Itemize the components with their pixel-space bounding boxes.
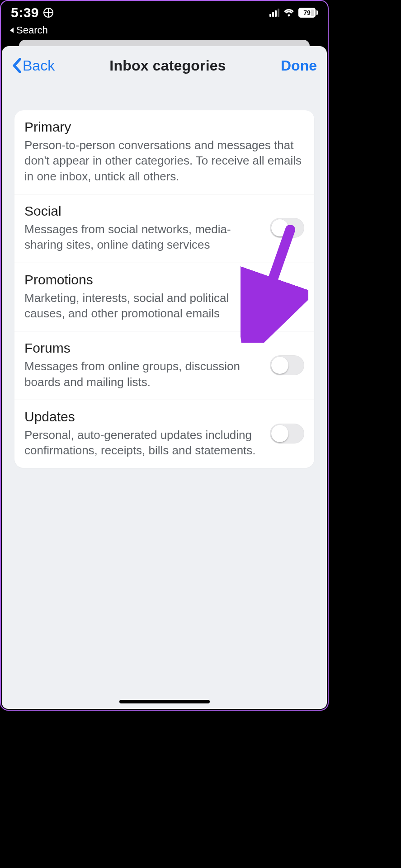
breadcrumb[interactable]: Search <box>1 24 328 41</box>
toggle-forums[interactable] <box>270 355 304 375</box>
home-indicator[interactable] <box>119 700 210 703</box>
category-title: Promotions <box>24 272 262 288</box>
category-desc: Messages from online groups, discussion … <box>24 359 262 390</box>
category-title: Forums <box>24 340 262 356</box>
category-row-updates: UpdatesPersonal, auto-generated updates … <box>14 400 314 468</box>
category-title: Social <box>24 203 262 219</box>
category-desc: Personal, auto-generated updates includi… <box>24 427 262 458</box>
category-desc: Person-to-person conversations and messa… <box>24 137 304 184</box>
page-title: Inbox categories <box>55 57 281 74</box>
wifi-icon <box>284 9 294 17</box>
navbar: Back Inbox categories Done <box>2 46 327 85</box>
signal-icon <box>269 9 279 17</box>
category-title: Updates <box>24 409 262 425</box>
caret-left-icon <box>10 28 14 33</box>
toggle-updates[interactable] <box>270 424 304 443</box>
category-title: Primary <box>24 119 304 135</box>
category-desc: Messages from social networks, media-sha… <box>24 222 262 253</box>
categories-card: PrimaryPerson-to-person conversations an… <box>14 110 314 468</box>
battery-level: 79 <box>303 9 311 16</box>
status-time: 5:39 <box>11 5 39 20</box>
category-row-primary: PrimaryPerson-to-person conversations an… <box>14 110 314 194</box>
breadcrumb-label: Search <box>16 24 48 36</box>
back-button[interactable]: Back <box>12 57 55 74</box>
back-label: Back <box>23 57 55 74</box>
category-desc: Marketing, interests, social and politic… <box>24 290 262 321</box>
chevron-left-icon <box>12 58 22 73</box>
battery-icon: 79 <box>298 8 318 18</box>
toggle-promotions[interactable] <box>270 287 304 307</box>
toggle-social[interactable] <box>270 218 304 238</box>
modal-sheet: Back Inbox categories Done PrimaryPerson… <box>2 46 327 709</box>
category-row-forums: ForumsMessages from online groups, discu… <box>14 331 314 400</box>
category-row-social: SocialMessages from social networks, med… <box>14 194 314 263</box>
done-button[interactable]: Done <box>281 57 317 74</box>
globe-icon <box>43 8 53 18</box>
category-row-promotions: PromotionsMarketing, interests, social a… <box>14 263 314 331</box>
status-bar: 5:39 79 <box>1 1 328 24</box>
